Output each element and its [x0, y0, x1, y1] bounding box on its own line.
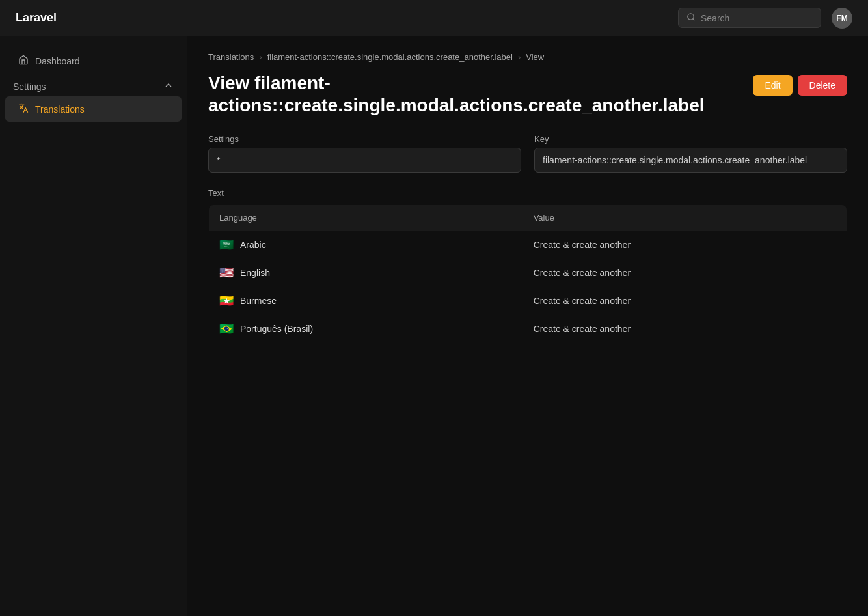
language-cell: 🇺🇸 English — [209, 259, 523, 287]
main-content: Translations › filament-actions::create.… — [187, 36, 868, 616]
settings-field: Settings — [208, 134, 521, 173]
language-name: English — [240, 268, 270, 278]
flag-icon: 🇲🇲 — [219, 295, 234, 307]
sidebar-item-label: Translations — [35, 104, 85, 115]
value-cell: Create & create another — [523, 231, 847, 259]
key-field: Key — [534, 134, 847, 173]
sidebar-item-label: Dashboard — [35, 56, 80, 66]
table-row: 🇸🇦 Arabic Create & create another — [209, 231, 847, 259]
layout: Dashboard Settings Translations Trans — [0, 36, 868, 616]
topnav-right: FM — [678, 8, 852, 29]
table-row: 🇧🇷 Português (Brasil) Create & create an… — [209, 315, 847, 343]
topnav: Laravel FM — [0, 0, 868, 36]
flag-icon: 🇧🇷 — [219, 323, 234, 335]
translations-table: Language Value 🇸🇦 Arabic Create & create… — [208, 204, 847, 343]
language-name: Português (Brasil) — [240, 324, 313, 334]
language-cell: 🇲🇲 Burmese — [209, 287, 523, 315]
search-input[interactable] — [701, 13, 813, 23]
col-value: Value — [523, 205, 847, 231]
breadcrumb-translations[interactable]: Translations — [208, 52, 254, 62]
translations-icon — [18, 103, 29, 115]
breadcrumb-sep-2: › — [518, 52, 521, 62]
avatar: FM — [832, 8, 852, 29]
value-cell: Create & create another — [523, 315, 847, 343]
flag-icon: 🇸🇦 — [219, 239, 234, 251]
table-row: 🇲🇲 Burmese Create & create another — [209, 287, 847, 315]
svg-line-1 — [693, 19, 695, 21]
breadcrumb-key[interactable]: filament-actions::create.single.modal.ac… — [267, 52, 513, 62]
sidebar-item-translations[interactable]: Translations — [5, 96, 182, 122]
breadcrumb: Translations › filament-actions::create.… — [208, 52, 847, 62]
delete-button[interactable]: Delete — [798, 75, 847, 96]
value-cell: Create & create another — [523, 259, 847, 287]
language-cell: 🇸🇦 Arabic — [209, 231, 523, 259]
sidebar-section-settings: Settings — [0, 75, 187, 95]
header-actions: Edit Delete — [753, 75, 847, 96]
col-language: Language — [209, 205, 523, 231]
chevron-up-icon — [163, 80, 174, 92]
search-icon — [686, 12, 696, 23]
language-name: Burmese — [240, 296, 277, 306]
app-brand: Laravel — [16, 11, 57, 25]
settings-input[interactable] — [208, 148, 521, 173]
settings-section-label: Settings — [13, 81, 46, 92]
search-box[interactable] — [678, 8, 821, 28]
settings-label: Settings — [208, 134, 521, 144]
text-section-label: Text — [208, 188, 847, 198]
svg-point-0 — [688, 14, 694, 20]
value-cell: Create & create another — [523, 287, 847, 315]
page-title: View filament-actions::create.single.mod… — [208, 72, 716, 116]
key-label: Key — [534, 134, 847, 144]
table-row: 🇺🇸 English Create & create another — [209, 259, 847, 287]
sidebar: Dashboard Settings Translations — [0, 36, 187, 616]
home-icon — [18, 55, 29, 67]
flag-icon: 🇺🇸 — [219, 267, 234, 279]
form-grid: Settings Key — [208, 134, 847, 173]
text-section: Text Language Value 🇸🇦 Arabic Create & c… — [208, 188, 847, 343]
edit-button[interactable]: Edit — [753, 75, 792, 96]
page-header: View filament-actions::create.single.mod… — [208, 72, 847, 116]
breadcrumb-sep-1: › — [259, 52, 262, 62]
sidebar-item-dashboard[interactable]: Dashboard — [5, 48, 182, 74]
key-input[interactable] — [534, 148, 847, 173]
breadcrumb-view: View — [526, 52, 544, 62]
language-name: Arabic — [240, 240, 266, 250]
language-cell: 🇧🇷 Português (Brasil) — [209, 315, 523, 343]
